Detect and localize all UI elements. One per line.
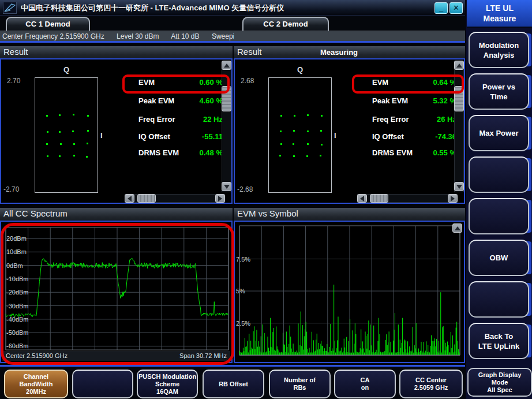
close-icon: ✕ bbox=[453, 3, 459, 12]
cc1-vertical-scrollbar[interactable] bbox=[222, 61, 231, 192]
toolbar-pusch-modulation-scheme[interactable]: PUSCH Modulation Scheme 16QAM bbox=[137, 370, 198, 398]
softkey-blank-1[interactable] bbox=[469, 156, 531, 193]
toolbar-number-of-rbs[interactable]: Number of RBs bbox=[269, 370, 331, 398]
constellation-point bbox=[73, 155, 75, 156]
cc2-peak-evm-label: Peak EVM bbox=[372, 96, 408, 107]
cc1-peak-evm-label: Peak EVM bbox=[138, 96, 174, 107]
constellation-point bbox=[293, 143, 294, 145]
softkey-back-to-lte-uplink[interactable]: Back To LTE UpLink bbox=[469, 323, 531, 359]
constellation-point bbox=[87, 130, 89, 132]
cc2-y-min: -2.68 bbox=[237, 185, 253, 193]
cc1-y-min: -2.70 bbox=[3, 185, 19, 193]
svg-text:0dBm: 0dBm bbox=[6, 262, 23, 269]
cc2-scroll-right-button[interactable] bbox=[448, 194, 458, 203]
cc1-peak-evm-value: 4.60 % bbox=[200, 96, 223, 107]
arrow-down-icon bbox=[456, 185, 462, 189]
constellation-point bbox=[321, 115, 323, 117]
cc1-i-axis-label: I bbox=[100, 131, 103, 140]
minimize-button[interactable]: _ bbox=[434, 2, 448, 14]
softkey-graph-display-mode[interactable]: Graph Display Mode All Spec bbox=[467, 368, 532, 397]
softkey-max-power[interactable]: Max Power bbox=[469, 115, 531, 151]
evm-scroll-up-button[interactable] bbox=[452, 223, 462, 233]
cc2-scroll-left-button[interactable] bbox=[357, 194, 367, 203]
bottom-toolbar: Channel BandWidth 20MHz PUSCH Modulation… bbox=[0, 365, 465, 399]
cc1-horizontal-scroll-thumb[interactable] bbox=[137, 194, 156, 203]
toolbar-cc-center[interactable]: CC Center 2.5059 GHz bbox=[399, 370, 463, 398]
softkey-modulation-analysis[interactable]: Modulation Analysis bbox=[469, 32, 531, 68]
cc1-y-max: 2.70 bbox=[7, 77, 20, 85]
constellation-point bbox=[279, 155, 281, 156]
constellation-point bbox=[307, 130, 309, 132]
constellation-point bbox=[59, 155, 61, 157]
status-att: Att 10 dB bbox=[171, 32, 199, 40]
cc1-vertical-scroll-thumb[interactable] bbox=[222, 86, 231, 111]
constellation-point bbox=[73, 114, 74, 115]
softkey-obw[interactable]: OBW bbox=[469, 240, 531, 276]
arrow-right-icon bbox=[451, 196, 455, 202]
softkey-blank-3[interactable] bbox=[469, 281, 531, 318]
cc2-freq-error-value: 26 Hz bbox=[437, 115, 456, 125]
cc2-iq-offset-label: IQ Offset bbox=[372, 132, 404, 143]
status-level: Level 30 dBm bbox=[117, 32, 159, 40]
svg-text:5%: 5% bbox=[236, 288, 245, 294]
cc2-vertical-scroll-thumb[interactable] bbox=[454, 86, 464, 111]
evm-symbol-header: EVM vs Symbol bbox=[234, 208, 465, 221]
cc2-horizontal-scroll-thumb[interactable] bbox=[370, 194, 388, 203]
cc1-result-header: Result bbox=[0, 46, 233, 58]
constellation-point bbox=[59, 131, 61, 133]
cc2-iq-offset-value: -74.36 bbox=[435, 132, 456, 143]
arrow-up-icon bbox=[224, 64, 230, 68]
arrow-right-icon bbox=[218, 196, 222, 202]
cc2-peak-evm-value: 5.32 % bbox=[433, 96, 456, 107]
cc2-drms-evm-label: DRMS EVM bbox=[372, 148, 413, 159]
toolbar-blank-key[interactable] bbox=[72, 370, 133, 398]
arrow-down-icon bbox=[224, 185, 230, 189]
svg-text:10dBm: 10dBm bbox=[6, 248, 27, 255]
minimize-icon: _ bbox=[439, 3, 443, 12]
softkey-power-vs-time[interactable]: Power vs Time bbox=[469, 73, 531, 110]
constellation-point bbox=[320, 155, 321, 156]
title-bar: 中国电子科技集团公司第四十一研究所 - LTE-Advanced MIMO 矢量… bbox=[0, 0, 465, 16]
cc1-q-axis-label: Q bbox=[35, 65, 98, 74]
cc1-scroll-down-button[interactable] bbox=[222, 182, 231, 191]
cc2-vertical-scrollbar[interactable] bbox=[454, 61, 464, 192]
status-sweep: Sweeping bbox=[212, 32, 234, 40]
cc1-evm-label: EVM bbox=[138, 78, 155, 88]
constellation-point bbox=[86, 156, 88, 158]
cc1-scroll-up-button[interactable] bbox=[222, 61, 231, 70]
cc2-scroll-down-button[interactable] bbox=[454, 182, 464, 191]
constellation-point bbox=[72, 130, 74, 132]
cc1-freq-error-label: Freq Error bbox=[138, 115, 175, 125]
constellation-point bbox=[293, 130, 295, 132]
tab-cc2-demod[interactable]: CC 2 Demod bbox=[242, 17, 329, 31]
cc1-scroll-right-button[interactable] bbox=[215, 194, 225, 203]
close-button[interactable]: ✕ bbox=[449, 2, 463, 14]
svg-text:-60dBm: -60dBm bbox=[6, 342, 29, 349]
tab-cc1-demod[interactable]: CC 1 Demod bbox=[6, 17, 90, 31]
cc2-scroll-up-button[interactable] bbox=[454, 61, 464, 70]
constellation-point bbox=[294, 115, 295, 117]
divider bbox=[0, 41, 465, 43]
svg-text:-10dBm: -10dBm bbox=[6, 275, 29, 282]
arrow-up-icon bbox=[455, 226, 460, 230]
constellation-point bbox=[47, 155, 48, 157]
cc2-result-header: Result Measuring bbox=[234, 46, 465, 58]
constellation-point bbox=[59, 114, 61, 116]
cc2-constellation-diagram bbox=[268, 77, 332, 193]
analyzer-window: 中国电子科技集团公司第四十一研究所 - LTE-Advanced MIMO 矢量… bbox=[0, 0, 532, 399]
softkey-sidebar: LTE UL Measure Modulation Analysis Power… bbox=[465, 0, 532, 399]
spectrum-footer: Center 2.515900 GHz Span 30.72 MHz bbox=[2, 351, 230, 361]
softkey-blank-2[interactable] bbox=[469, 198, 531, 234]
cc2-evm-value: 0.64 % bbox=[433, 78, 456, 88]
status-bar: Center Frequency 2.515900 GHz Level 30 d… bbox=[0, 31, 465, 41]
svg-text:-20dBm: -20dBm bbox=[6, 289, 29, 296]
toolbar-ca-on[interactable]: CA on bbox=[334, 370, 396, 398]
toolbar-channel-bandwidth[interactable]: Channel BandWidth 20MHz bbox=[4, 370, 68, 398]
toolbar-rb-offset[interactable]: RB Offset bbox=[203, 370, 264, 398]
app-logo-icon bbox=[3, 2, 17, 14]
spectrum-chart: 20dBm10dBm0dBm-10dBm-20dBm-30dBm-40dBm-5… bbox=[1, 222, 231, 352]
constellation-point bbox=[46, 115, 48, 117]
cc1-scroll-left-button[interactable] bbox=[125, 194, 134, 203]
cc2-drms-evm-value: 0.55 % bbox=[433, 148, 456, 159]
constellation-point bbox=[280, 115, 282, 117]
